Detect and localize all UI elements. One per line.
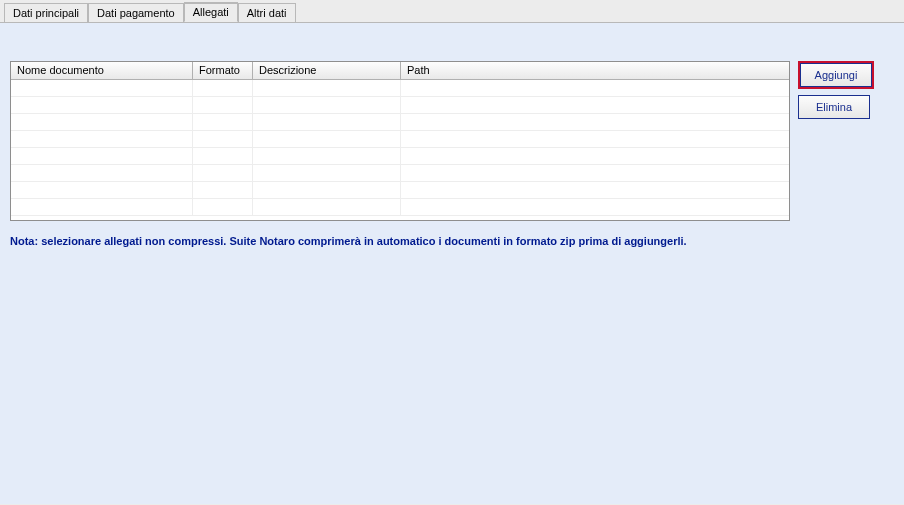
- tab-altri-dati[interactable]: Altri dati: [238, 3, 296, 23]
- col-header-path[interactable]: Path: [401, 62, 789, 80]
- cell-descrizione: [253, 199, 401, 215]
- note-text: Nota: selezionare allegati non compressi…: [10, 235, 894, 247]
- tabstrip: Dati principali Dati pagamento Allegati …: [0, 0, 904, 22]
- cell-path: [401, 165, 789, 181]
- table-row[interactable]: [11, 182, 789, 199]
- cell-descrizione: [253, 97, 401, 113]
- table-row[interactable]: [11, 148, 789, 165]
- cell-formato: [193, 114, 253, 130]
- table-row[interactable]: [11, 97, 789, 114]
- cell-descrizione: [253, 148, 401, 164]
- cell-nome: [11, 182, 193, 198]
- table-row[interactable]: [11, 131, 789, 148]
- table-row[interactable]: [11, 165, 789, 182]
- col-header-nome[interactable]: Nome documento: [11, 62, 193, 80]
- cell-formato: [193, 182, 253, 198]
- table-row[interactable]: [11, 114, 789, 131]
- cell-path: [401, 199, 789, 215]
- cell-nome: [11, 97, 193, 113]
- cell-path: [401, 114, 789, 130]
- cell-descrizione: [253, 165, 401, 181]
- cell-formato: [193, 131, 253, 147]
- delete-button[interactable]: Elimina: [798, 95, 870, 119]
- cell-descrizione: [253, 114, 401, 130]
- tab-dati-principali[interactable]: Dati principali: [4, 3, 88, 23]
- grid-header: Nome documento Formato Descrizione Path: [11, 62, 789, 80]
- cell-nome: [11, 131, 193, 147]
- cell-formato: [193, 199, 253, 215]
- button-column: Aggiungi Elimina: [798, 61, 874, 119]
- tab-allegati[interactable]: Allegati: [184, 2, 238, 22]
- cell-nome: [11, 148, 193, 164]
- add-button[interactable]: Aggiungi: [800, 63, 872, 87]
- cell-nome: [11, 165, 193, 181]
- col-header-formato[interactable]: Formato: [193, 62, 253, 80]
- tab-dati-pagamento[interactable]: Dati pagamento: [88, 3, 184, 23]
- cell-nome: [11, 80, 193, 96]
- window: Dati principali Dati pagamento Allegati …: [0, 0, 904, 505]
- cell-formato: [193, 97, 253, 113]
- grid-body: [11, 80, 789, 220]
- cell-formato: [193, 165, 253, 181]
- attachments-grid[interactable]: Nome documento Formato Descrizione Path: [10, 61, 790, 221]
- col-header-descrizione[interactable]: Descrizione: [253, 62, 401, 80]
- cell-path: [401, 182, 789, 198]
- table-row[interactable]: [11, 199, 789, 216]
- cell-formato: [193, 80, 253, 96]
- cell-descrizione: [253, 80, 401, 96]
- cell-path: [401, 131, 789, 147]
- cell-nome: [11, 114, 193, 130]
- cell-descrizione: [253, 131, 401, 147]
- content-area: Nome documento Formato Descrizione Path: [10, 61, 894, 247]
- cell-formato: [193, 148, 253, 164]
- add-button-highlight: Aggiungi: [798, 61, 874, 89]
- cell-path: [401, 97, 789, 113]
- cell-path: [401, 80, 789, 96]
- table-row[interactable]: [11, 80, 789, 97]
- cell-descrizione: [253, 182, 401, 198]
- cell-nome: [11, 199, 193, 215]
- table-and-buttons: Nome documento Formato Descrizione Path: [10, 61, 894, 221]
- panel-allegati: Nome documento Formato Descrizione Path: [0, 22, 904, 504]
- cell-path: [401, 148, 789, 164]
